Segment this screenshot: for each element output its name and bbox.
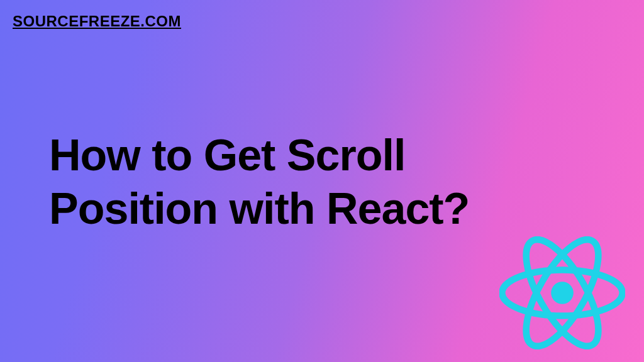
react-logo-icon	[499, 236, 625, 349]
title-line-2: Position with React?	[49, 184, 469, 233]
title-line-1: How to Get Scroll	[49, 131, 405, 180]
article-title: How to Get Scroll Position with React?	[49, 129, 469, 236]
brand-link[interactable]: SOURCEFREEZE.COM	[13, 13, 644, 30]
svg-point-0	[551, 282, 574, 304]
banner-card: SOURCEFREEZE.COM How to Get Scroll Posit…	[0, 0, 644, 362]
